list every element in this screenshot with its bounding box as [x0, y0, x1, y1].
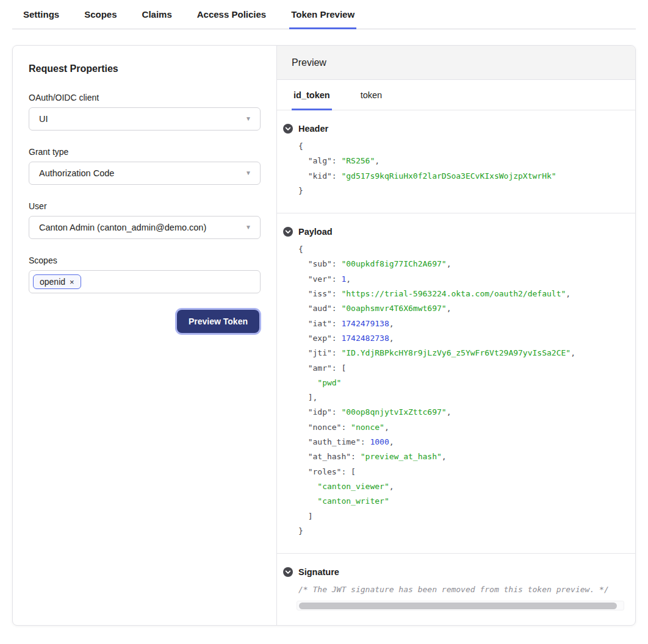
scope-chip-openid[interactable]: openid×: [33, 274, 81, 289]
grant-type-value: Authorization Code: [39, 168, 114, 178]
chevron-down-icon: ▼: [245, 170, 251, 176]
jwt-header-code-block: { "alg": "RS256", "kid": "gd517s9kqRiuHx…: [298, 139, 628, 198]
code-line: }: [298, 524, 628, 538]
code-line: "aud": "0oaphsmvr4T6X6mwt697",: [298, 301, 628, 316]
code-line: "canton_writer": [298, 494, 628, 509]
collapse-chevron-icon[interactable]: [283, 124, 293, 134]
code-line: "jti": "ID.YdjRBPkcHY8r9jLzVy6_z5YwFr6Vt…: [298, 346, 628, 360]
chevron-down-icon: ▼: [245, 116, 251, 122]
code-line: "alg": "RS256",: [298, 154, 628, 168]
code-line: "amr": [: [298, 361, 628, 376]
jwt-signature-section-head: Signature: [283, 567, 628, 577]
oauth-client-select[interactable]: UI ▼: [29, 107, 261, 131]
horizontal-scrollbar-track: [297, 601, 624, 610]
app-tab-bar: SettingsScopesClaimsAccess PoliciesToken…: [12, 0, 636, 29]
jwt-header-section-title: Header: [298, 124, 328, 134]
code-line: "at_hash": "preview_at_hash",: [298, 449, 628, 464]
code-line: "iss": "https://trial-5963224.okta.com/o…: [298, 287, 628, 301]
request-properties-title: Request Properties: [29, 63, 261, 74]
scopes-field-group: Scopes openid×: [29, 256, 261, 293]
code-line: "kid": "gd517s9kqRiuHx0f2larDSoa3ECvKIxs…: [298, 169, 628, 184]
oauth-client-value: UI: [39, 114, 48, 124]
grant-type-select[interactable]: Authorization Code ▼: [29, 162, 261, 185]
code-line: {: [298, 242, 628, 257]
jwt-payload-section-head: Payload: [283, 227, 628, 237]
signature-removed-comment: /* The JWT signature has been removed fr…: [298, 585, 628, 594]
preview-header-bar: Preview: [277, 46, 635, 80]
preview-title: Preview: [292, 57, 326, 68]
user-value: Canton Admin (canton_admin@demo.con): [39, 223, 206, 232]
code-line: "pwd": [298, 376, 628, 390]
form-actions: Preview Token: [29, 310, 261, 333]
request-properties-panel: Request Properties OAuth/OIDC client UI …: [13, 46, 277, 625]
code-line: }: [298, 184, 628, 198]
grant-type-field-group: Grant type Authorization Code ▼: [29, 147, 261, 185]
preview-token-button[interactable]: Preview Token: [177, 310, 259, 333]
token-preview-card: Request Properties OAuth/OIDC client UI …: [12, 45, 636, 626]
tab-claims[interactable]: Claims: [140, 0, 174, 29]
code-line: "nonce": "nonce",: [298, 420, 628, 435]
code-line: "exp": 1742482738,: [298, 331, 628, 346]
oauth-client-label: OAuth/OIDC client: [29, 93, 261, 102]
preview-panel: Preview id_tokentoken Header { "alg": "R…: [277, 46, 635, 625]
code-line: "iat": 1742479138,: [298, 317, 628, 331]
jwt-header-section: Header { "alg": "RS256", "kid": "gd517s9…: [277, 110, 635, 213]
jwt-payload-code-block: { "sub": "00upkdf8ig77ICh2A697", "ver": …: [298, 242, 628, 538]
jwt-payload-section: Payload { "sub": "00upkdf8ig77ICh2A697",…: [277, 213, 635, 553]
jwt-payload-section-title: Payload: [298, 227, 333, 237]
tab-token-preview[interactable]: Token Preview: [289, 0, 356, 29]
code-line: "canton_viewer",: [298, 479, 628, 494]
scopes-label: Scopes: [29, 256, 261, 265]
user-select[interactable]: Canton Admin (canton_admin@demo.con) ▼: [29, 216, 261, 239]
horizontal-scrollbar-thumb[interactable]: [299, 603, 617, 609]
preview-tab-id_token[interactable]: id_token: [292, 80, 332, 110]
code-line: {: [298, 139, 628, 154]
tab-scopes[interactable]: Scopes: [82, 0, 118, 29]
user-label: User: [29, 201, 261, 211]
tab-access-policies[interactable]: Access Policies: [195, 0, 268, 29]
user-field-group: User Canton Admin (canton_admin@demo.con…: [29, 201, 261, 239]
tab-settings[interactable]: Settings: [21, 0, 61, 29]
jwt-header-section-head: Header: [283, 124, 628, 134]
preview-tabs: id_tokentoken: [277, 80, 635, 110]
jwt-signature-section: Signature /* The JWT signature has been …: [277, 553, 635, 625]
collapse-chevron-icon[interactable]: [283, 567, 293, 577]
scopes-input[interactable]: openid×: [29, 270, 261, 293]
code-line: "roles": [: [298, 465, 628, 479]
grant-type-label: Grant type: [29, 147, 261, 157]
preview-tab-token[interactable]: token: [359, 80, 384, 110]
code-line: "idp": "00op8qnjytvIxZttc697",: [298, 405, 628, 420]
chevron-down-icon: ▼: [245, 224, 251, 231]
code-line: "ver": 1,: [298, 272, 628, 287]
code-line: "auth_time": 1000,: [298, 435, 628, 449]
collapse-chevron-icon[interactable]: [283, 227, 293, 237]
remove-scope-icon[interactable]: ×: [70, 278, 74, 286]
oauth-client-field-group: OAuth/OIDC client UI ▼: [29, 93, 261, 131]
code-line: ]: [298, 509, 628, 524]
jwt-signature-section-title: Signature: [298, 567, 339, 577]
page-tabs: SettingsScopesClaimsAccess PoliciesToken…: [12, 0, 636, 29]
code-line: ],: [298, 390, 628, 405]
scope-chip-label: openid: [40, 277, 65, 287]
code-line: "sub": "00upkdf8ig77ICh2A697",: [298, 257, 628, 271]
